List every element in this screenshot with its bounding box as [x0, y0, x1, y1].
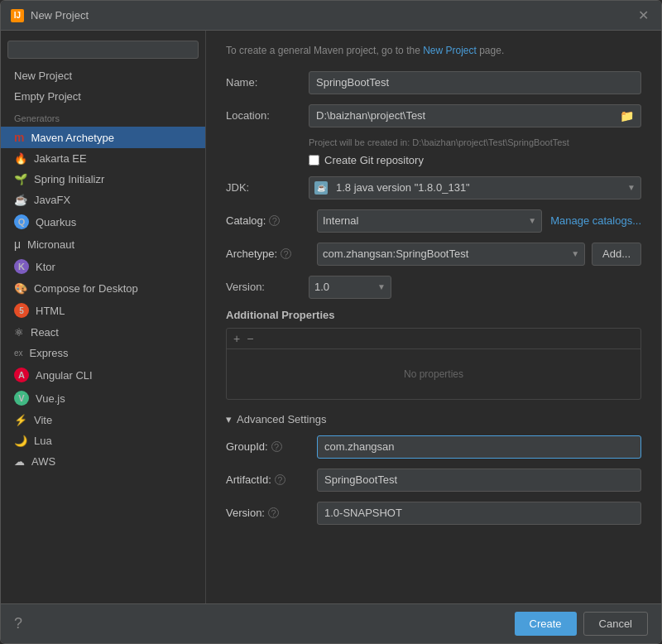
sidebar-item-ktor[interactable]: K Ktor [1, 255, 205, 278]
catalog-row: Catalog: ? Internal ▼ Manage catalogs... [226, 209, 641, 233]
artifactid-help-icon[interactable]: ? [275, 474, 285, 485]
spring-initializr-label: Spring Initializr [34, 173, 104, 185]
location-label: Location: [226, 109, 309, 122]
express-icon: ex [14, 348, 23, 358]
adv-version-row: Version: ? [226, 502, 641, 525]
sidebar-item-maven-archetype[interactable]: m Maven Archetype [1, 127, 205, 148]
folder-icon[interactable]: 📁 [620, 109, 634, 123]
ktor-icon: K [14, 259, 29, 274]
sidebar-item-quarkus[interactable]: Q Quarkus [1, 210, 205, 233]
adv-version-label: Version: [226, 507, 265, 519]
quarkus-icon: Q [14, 214, 29, 229]
lua-label: Lua [34, 435, 52, 447]
archetype-select[interactable]: com.zhangsan:SpringBootTest ▼ [317, 243, 585, 266]
bottom-buttons: Create Cancel [515, 612, 649, 636]
close-button[interactable]: ✕ [635, 7, 651, 23]
adv-version-label-group: Version: ? [226, 507, 317, 519]
vuejs-label: Vue.js [36, 392, 65, 405]
sidebar-item-compose-desktop[interactable]: 🎨 Compose for Desktop [1, 278, 205, 299]
sidebar-item-html[interactable]: 5 HTML [1, 299, 205, 322]
sidebar-item-new-project[interactable]: New Project [1, 65, 205, 86]
create-button[interactable]: Create [515, 612, 577, 636]
content-area: New Project Empty Project Generators m M… [1, 31, 661, 603]
search-input[interactable] [7, 41, 199, 59]
catalog-select-text: Internal [323, 214, 528, 227]
props-toolbar: + − [227, 329, 640, 349]
javafx-icon: ☕ [14, 194, 27, 206]
vite-label: Vite [34, 414, 52, 426]
add-archetype-button[interactable]: Add... [592, 243, 641, 266]
vue-icon: V [14, 391, 29, 406]
location-input-wrapper: 📁 [309, 104, 641, 127]
version-select[interactable]: 1.0 ▼ [309, 276, 391, 299]
catalog-help-icon[interactable]: ? [269, 215, 280, 226]
info-link[interactable]: New Project [423, 45, 477, 56]
empty-project-label: Empty Project [14, 90, 81, 103]
sidebar-item-spring-initializr[interactable]: 🌱 Spring Initializr [1, 169, 205, 190]
sidebar-item-jakarta-ee[interactable]: 🔥 Jakarta EE [1, 148, 205, 169]
groupid-input[interactable] [317, 435, 641, 459]
jdk-dropdown-arrow: ▼ [627, 183, 636, 192]
archetype-help-icon[interactable]: ? [281, 248, 291, 259]
compose-icon: 🎨 [14, 282, 27, 295]
catalog-label: Catalog: [226, 214, 266, 227]
sidebar-item-javafx[interactable]: ☕ JavaFX [1, 190, 205, 210]
sidebar-item-vite[interactable]: ⚡ Vite [1, 410, 205, 430]
sidebar-item-react[interactable]: ⚛ React [1, 322, 205, 343]
new-project-label: New Project [14, 70, 72, 82]
git-checkbox[interactable] [309, 155, 319, 166]
jdk-select[interactable]: ☕ 1.8 java version "1.8.0_131" ▼ [309, 176, 641, 199]
sidebar-item-vuejs[interactable]: V Vue.js [1, 387, 205, 410]
add-property-icon[interactable]: + [233, 332, 240, 345]
sidebar-item-empty-project[interactable]: Empty Project [1, 86, 205, 107]
remove-property-icon[interactable]: − [247, 332, 253, 345]
version-label: Version: [226, 281, 309, 293]
git-label: Create Git repository [324, 154, 424, 166]
name-label: Name: [226, 76, 309, 89]
groupid-help-icon[interactable]: ? [271, 441, 282, 452]
sidebar-item-express[interactable]: ex Express [1, 343, 205, 363]
adv-version-input[interactable] [317, 502, 641, 525]
advanced-content: GroupId: ? ArtifactId: ? [226, 435, 641, 525]
sidebar-item-micronaut[interactable]: μ Micronaut [1, 233, 205, 255]
ktor-label: Ktor [36, 261, 55, 273]
info-text-prefix: To create a general Maven project, go to… [226, 45, 420, 56]
git-checkbox-row: Create Git repository [309, 154, 641, 166]
adv-version-help-icon[interactable]: ? [268, 507, 279, 518]
catalog-select[interactable]: Internal ▼ [317, 209, 542, 233]
catalog-label-group: Catalog: ? [226, 214, 317, 227]
artifactid-row: ArtifactId: ? [226, 469, 641, 492]
jdk-select-text: ☕ 1.8 java version "1.8.0_131" [314, 181, 627, 195]
advanced-section: ▾ Advanced Settings GroupId: ? [226, 413, 641, 525]
html-icon: 5 [14, 303, 29, 318]
quarkus-label: Quarkus [36, 216, 76, 228]
help-button[interactable]: ? [14, 615, 22, 632]
react-icon: ⚛ [14, 326, 24, 339]
express-label: Express [30, 347, 69, 359]
advanced-settings-toggle[interactable]: ▾ Advanced Settings [226, 413, 641, 425]
jakarta-icon: 🔥 [14, 152, 27, 165]
sidebar-item-angular-cli[interactable]: A Angular CLI [1, 363, 205, 387]
version-select-text: 1.0 [314, 281, 377, 293]
main-panel: To create a general Maven project, go to… [206, 31, 661, 603]
maven-archetype-label: Maven Archetype [31, 132, 113, 144]
lua-icon: 🌙 [14, 435, 27, 447]
artifactid-label: ArtifactId: [226, 473, 271, 486]
app-icon: IJ [11, 9, 24, 22]
archetype-dropdown-arrow: ▼ [571, 249, 579, 258]
cancel-button[interactable]: Cancel [583, 612, 648, 636]
name-input[interactable] [309, 71, 641, 94]
micronaut-label: Micronaut [27, 238, 74, 251]
additional-props-title: Additional Properties [226, 309, 641, 321]
location-subtext: Project will be created in: D:\baizhan\p… [309, 137, 641, 147]
jdk-row: JDK: ☕ 1.8 java version "1.8.0_131" ▼ [226, 176, 641, 199]
jdk-icon: ☕ [314, 181, 328, 195]
bottom-bar: ? Create Cancel [1, 603, 661, 643]
artifactid-input[interactable] [317, 469, 641, 492]
javafx-label: JavaFX [34, 194, 70, 206]
sidebar-item-aws[interactable]: ☁ AWS [1, 451, 205, 472]
sidebar-item-lua[interactable]: 🌙 Lua [1, 430, 205, 451]
location-input[interactable] [316, 109, 620, 122]
groupid-label: GroupId: [226, 440, 268, 453]
manage-catalogs-link[interactable]: Manage catalogs... [550, 214, 641, 227]
